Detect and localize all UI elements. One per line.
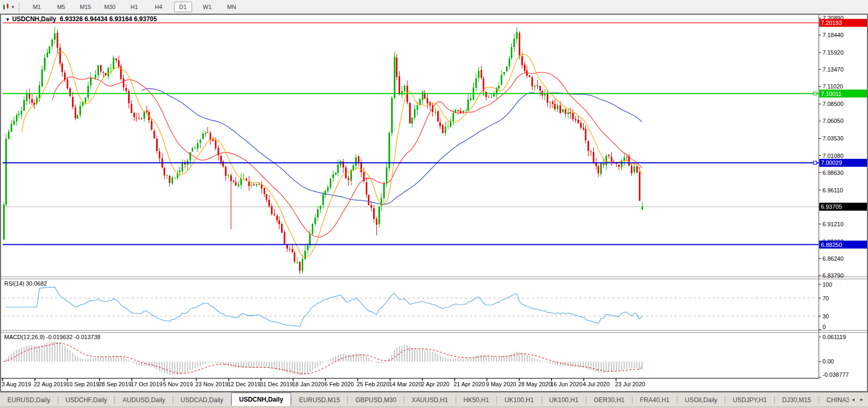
svg-text:18 Jan 2020: 18 Jan 2020 [292, 381, 324, 387]
tab-scroll-left-icon[interactable]: ◄ [849, 395, 857, 405]
svg-text:28 May 2020: 28 May 2020 [518, 381, 552, 387]
svg-text:6 Feb 2020: 6 Feb 2020 [324, 381, 354, 387]
svg-text:6.86240: 6.86240 [822, 255, 844, 262]
svg-text:0.061119: 0.061119 [822, 334, 846, 340]
timeframe-button-mn[interactable]: MN [223, 2, 241, 12]
svg-text:14 Mar 2020: 14 Mar 2020 [389, 381, 422, 387]
svg-text:7.18440: 7.18440 [822, 32, 844, 38]
svg-text:25 Feb 2020: 25 Feb 2020 [357, 381, 390, 387]
ohlc-values: 6.93326 6.94434 6.93164 6.93705 [60, 15, 157, 23]
svg-text:28 Sep 2019: 28 Sep 2019 [98, 381, 131, 387]
svg-text:7.10011: 7.10011 [821, 91, 842, 97]
svg-text:16 Jun 2020: 16 Jun 2020 [550, 381, 583, 387]
tab-scroll-buttons: ◄ ► [849, 394, 868, 406]
timeframe-button-h1[interactable]: H1 [125, 2, 143, 12]
svg-text:9 May 2020: 9 May 2020 [486, 381, 516, 387]
terminal-root: ▾ M1M5M15M30H1H4D1W1MN ▼USDCNH,Daily 6.9… [0, 0, 868, 408]
chart-tab-dj30-m15[interactable]: DJ30,M15 [775, 394, 819, 406]
svg-text:10 Sep 2019: 10 Sep 2019 [66, 381, 99, 387]
collapse-arrow-icon[interactable]: ▼ [5, 17, 10, 22]
timeframe-button-m1[interactable]: M1 [28, 2, 46, 12]
chart-tab-bar: EURUSD,DailyUSDCHF,DailyAUDUSD,DailyUSDC… [0, 392, 868, 406]
chart-tab-usdcad-daily[interactable]: USDCAD,Daily [173, 394, 231, 406]
timeframe-group: M1M5M15M30H1H4D1W1MN [25, 2, 244, 12]
timeframe-button-m15[interactable]: M15 [77, 2, 95, 12]
svg-text:7.00029: 7.00029 [821, 159, 842, 166]
svg-text:23 Nov 2019: 23 Nov 2019 [195, 381, 228, 387]
svg-text:7.13470: 7.13470 [822, 66, 844, 73]
svg-text:7.01080: 7.01080 [822, 153, 844, 159]
macd-indicator-label: MACD(12,26,9) -0.019632 -0.013738 [4, 334, 101, 340]
chart-tab-ger30-h1[interactable]: GER30,H1 [586, 394, 632, 406]
svg-text:6.93705: 6.93705 [821, 203, 842, 210]
svg-text:100: 100 [822, 281, 832, 288]
svg-text:4 Jul 2020: 4 Jul 2020 [583, 381, 610, 387]
chart-tab-eurusd-m15[interactable]: EURUSD,M15 [292, 394, 347, 406]
tab-strip: EURUSD,DailyUSDCHF,DailyAUDUSD,DailyUSDC… [0, 393, 849, 406]
svg-text:23 Jul 2020: 23 Jul 2020 [615, 381, 645, 387]
svg-text:7.03530: 7.03530 [822, 135, 844, 141]
svg-text:6.91210: 6.91210 [822, 221, 844, 227]
chart-tab-usoil-daily[interactable]: USOil,Daily [677, 394, 725, 406]
svg-text:0.00: 0.00 [822, 358, 834, 365]
dropdown-caret-icon[interactable]: ▾ [12, 4, 14, 10]
svg-text:6.88250: 6.88250 [821, 242, 842, 248]
chart-tab-usdcnh-daily[interactable]: USDCNH,Daily [231, 393, 291, 406]
toolbar-grip[interactable] [19, 2, 21, 12]
chart-tab-usdjpy-h1[interactable]: USDJPY,H1 [725, 394, 774, 406]
svg-text:22 Aug 2019: 22 Aug 2019 [34, 381, 67, 387]
svg-text:30: 30 [822, 313, 829, 320]
chart-tab-xauusd-h1[interactable]: XAUUSD,H1 [404, 394, 456, 406]
timeframe-button-m5[interactable]: M5 [52, 2, 70, 12]
svg-text:-0.038777: -0.038777 [822, 371, 849, 378]
svg-text:7.08500: 7.08500 [822, 101, 844, 107]
chart-tab-eurusd-daily[interactable]: EURUSD,Daily [0, 394, 58, 406]
svg-text:7.06050: 7.06050 [822, 118, 844, 124]
chart-tab-usdchf-daily[interactable]: USDCHF,Daily [58, 394, 115, 406]
timeframe-button-w1[interactable]: W1 [198, 2, 216, 12]
svg-text:31 Dec 2019: 31 Dec 2019 [260, 381, 293, 387]
chart-title: ▼USDCNH,Daily 6.93326 6.94434 6.93164 6.… [5, 15, 157, 23]
chart-tab-audusd-daily[interactable]: AUDUSD,Daily [115, 394, 173, 406]
svg-text:7.11020: 7.11020 [822, 83, 843, 90]
chart-tab-uk100-h1[interactable]: UK100,H1 [497, 394, 541, 406]
svg-text:7.15920: 7.15920 [822, 49, 844, 56]
svg-text:17 Oct 2019: 17 Oct 2019 [131, 381, 162, 387]
chart-tab-uk100-h1[interactable]: UK100,H1 [542, 394, 586, 406]
symbol-title: USDCNH,Daily [12, 15, 56, 23]
svg-text:6.96110: 6.96110 [822, 187, 843, 193]
svg-text:6.98630: 6.98630 [822, 170, 844, 176]
chart-canvas[interactable]: 7.208907.184407.159207.134707.110207.085… [0, 0, 868, 408]
chart-tab-china300-h4[interactable]: CHINA300,H4 [819, 394, 849, 406]
svg-text:7.20193: 7.20193 [821, 20, 842, 26]
tab-scroll-right-icon[interactable]: ► [857, 395, 866, 405]
svg-text:12 Dec 2019: 12 Dec 2019 [228, 381, 260, 387]
svg-text:21 Apr 2020: 21 Apr 2020 [454, 381, 485, 387]
timeframe-button-h4[interactable]: H4 [150, 2, 168, 12]
chart-tab-gbpusd-m30[interactable]: GBPUSD,M30 [348, 394, 403, 406]
svg-text:5 Nov 2019: 5 Nov 2019 [163, 381, 193, 387]
svg-text:2 Apr 2020: 2 Apr 2020 [421, 381, 449, 387]
period-toolbar: ▾ M1M5M15M30H1H4D1W1MN [0, 0, 868, 14]
svg-text:0: 0 [822, 324, 826, 330]
svg-text:6.83790: 6.83790 [822, 272, 844, 279]
chart-tab-fra40-h1[interactable]: FRA40,H1 [632, 394, 677, 406]
rsi-indicator-label: RSI(14) 30.0682 [4, 280, 47, 287]
chart-tab-hk50-h1[interactable]: HK50,H1 [456, 394, 497, 406]
chart-tool-icon[interactable] [1, 2, 12, 12]
svg-text:70: 70 [822, 295, 829, 301]
timeframe-button-d1[interactable]: D1 [174, 2, 192, 12]
timeframe-button-m30[interactable]: M30 [101, 2, 119, 12]
svg-text:3 Aug 2019: 3 Aug 2019 [2, 381, 31, 387]
